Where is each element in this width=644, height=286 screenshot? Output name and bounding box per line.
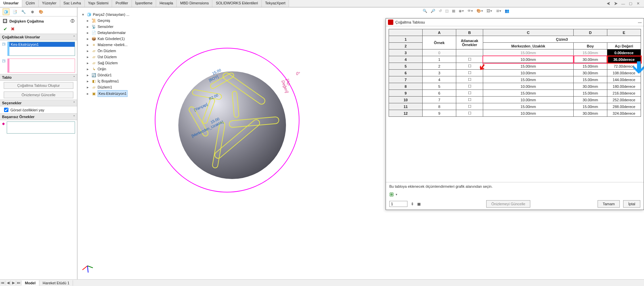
ribbon-tab-sac-levha[interactable]: Sac Levha — [60, 0, 85, 7]
row-number[interactable]: 7 — [389, 76, 423, 83]
feature-tab-icon[interactable]: 🧊 — [3, 8, 9, 15]
bottom-tab[interactable]: Hareket Etüdü 1 — [39, 280, 73, 286]
col-A[interactable]: A — [423, 29, 456, 36]
ribbon-tab-solidworks-eklentileri[interactable]: SOLIDWORKS Eklentileri — [212, 0, 261, 7]
cell[interactable]: 0 — [423, 49, 456, 56]
ribbon-tab-hesapla[interactable]: Hesapla — [156, 0, 177, 7]
cell[interactable]: 15.00mm — [574, 76, 607, 83]
tree-item[interactable]: ▸↳Orijin — [82, 66, 143, 72]
table-row[interactable]: 96☐15.00mm15.00mm216.00derece — [389, 90, 641, 97]
create-table-button[interactable]: Çoğaltma Tablosu Oluştur — [4, 82, 73, 89]
tree-item[interactable]: ▸▱Ön Düzlem — [82, 48, 143, 54]
cell[interactable]: ☐ — [456, 76, 483, 83]
tree-item[interactable]: ▸▣Kes-Ekstrüzyon1 — [82, 90, 143, 97]
cell[interactable]: 10.00mm — [483, 83, 574, 90]
prev-view-icon[interactable]: ↺ — [439, 9, 442, 13]
row-number[interactable]: 4 — [389, 56, 423, 63]
cell[interactable]: 15.00mm — [483, 63, 574, 70]
failed-list[interactable] — [7, 121, 75, 134]
scene-icon[interactable]: 🖼▾ — [487, 9, 492, 13]
ribbon-tab-tekyazxpert[interactable]: TekyazXpert — [262, 0, 289, 7]
table-row[interactable]: 52☐15.00mm15.00mm72.00derece — [389, 63, 641, 70]
row-number[interactable]: 6 — [389, 70, 423, 76]
collapse-right-icon[interactable]: ⮞ — [613, 2, 618, 6]
table-row[interactable]: 118☐15.00mm15.00mm288.00derece — [389, 103, 641, 110]
table-row[interactable]: 3015.00mm15.00mm0.00derece — [389, 49, 641, 56]
cell[interactable]: ☐ — [456, 90, 483, 97]
cell[interactable]: 30.00mm — [574, 70, 607, 76]
tree-item[interactable]: ▸📜Geçmiş — [82, 17, 143, 24]
panel-tab-4-icon[interactable]: ⊕ — [29, 8, 36, 15]
cell[interactable]: 2 — [423, 63, 456, 70]
cell[interactable]: 30.00mm — [574, 110, 607, 117]
bodies-list[interactable] — [7, 59, 75, 73]
cell[interactable]: 15.00mm — [483, 76, 574, 83]
chevron-up-icon[interactable]: ˄ — [73, 101, 75, 105]
pattern-table[interactable]: A B C D E 1 Örnek Atlanacak Örnekler Çiz… — [389, 29, 641, 117]
cell[interactable]: 8 — [423, 103, 456, 110]
row-number[interactable]: 9 — [389, 90, 423, 97]
ribbon-tab-i̇şaretleme[interactable]: İşaretleme — [132, 0, 156, 7]
features-selector-icon[interactable]: ◳ — [2, 42, 5, 56]
cell[interactable]: 9 — [423, 110, 456, 117]
cell[interactable]: 324.00derece — [607, 110, 641, 117]
table-row[interactable]: 41☐10.00mm30.00mm36.00derece — [389, 56, 641, 63]
row-number[interactable]: 11 — [389, 103, 423, 110]
minimize-icon[interactable]: — — [620, 2, 626, 6]
view-triad[interactable] — [81, 259, 94, 273]
cell[interactable]: 30.00mm — [574, 83, 607, 90]
maximize-icon[interactable]: ▢ — [628, 1, 633, 6]
cell[interactable]: 15.00mm — [574, 103, 607, 110]
cell[interactable]: 4 — [423, 76, 456, 83]
dim-angle-value[interactable]: 0° — [296, 71, 300, 76]
chevron-up-icon[interactable]: ˄ — [73, 115, 75, 118]
cell[interactable]: ☐ — [456, 103, 483, 110]
cell[interactable]: 144.00derece — [607, 76, 641, 83]
grid-icon[interactable]: ▦ — [417, 202, 421, 206]
cell[interactable]: 252.00derece — [607, 97, 641, 103]
zoom-fit-icon[interactable]: 🔍 — [423, 9, 427, 13]
cell[interactable] — [456, 49, 483, 56]
bodies-selector-icon[interactable]: ◳ — [2, 59, 5, 73]
section-view-icon[interactable]: ◫ — [445, 9, 449, 13]
cell[interactable]: 1 — [423, 56, 456, 63]
cell[interactable]: 6 — [423, 90, 456, 97]
feature-tree[interactable]: ▾🧊Parça2 (Varsayılan) ... ▸📜Geçmiş▸📡Sens… — [81, 10, 145, 98]
cell[interactable]: ☐ — [456, 56, 483, 63]
cell[interactable]: 10.00mm — [483, 56, 574, 63]
tree-item[interactable]: ▸📦Katı Gövdeler(1) — [82, 36, 143, 42]
cell[interactable]: ☐ — [456, 97, 483, 103]
table-row[interactable]: 85☐10.00mm30.00mm180.00derece — [389, 83, 641, 90]
prev-tab-icon[interactable]: ◀ — [5, 281, 11, 285]
tree-root[interactable]: Parça2 (Varsayılan) ... — [93, 11, 130, 17]
cell[interactable]: 288.00derece — [607, 103, 641, 110]
next-tab-icon[interactable]: ▶ — [11, 281, 16, 285]
last-tab-icon[interactable]: ⏭ — [16, 281, 22, 285]
excel-dropdown-icon[interactable]: ▾ — [396, 193, 397, 196]
panel-tab-3-icon[interactable]: 🔧 — [20, 8, 27, 15]
table-row[interactable]: 107☐10.00mm30.00mm252.00derece — [389, 97, 641, 103]
row-number[interactable]: 12 — [389, 110, 423, 117]
cell[interactable]: 180.00derece — [607, 83, 641, 90]
cell[interactable]: ☐ — [456, 110, 483, 117]
appearance-icon[interactable]: 🎨▾ — [476, 9, 483, 13]
table-row[interactable]: 74☐15.00mm15.00mm144.00derece — [389, 76, 641, 83]
update-preview-button[interactable]: Önizlemeyi Güncelle — [4, 92, 73, 98]
close-icon[interactable]: ✕ — [635, 1, 641, 6]
first-tab-icon[interactable]: ⏮ — [0, 281, 5, 285]
cell[interactable]: 30.00mm — [574, 97, 607, 103]
cell[interactable]: 15.00mm — [574, 63, 607, 70]
cell[interactable]: 15.00mm — [574, 90, 607, 97]
zoom-area-icon[interactable]: 🔎 — [431, 9, 435, 13]
ok-icon[interactable]: ✔ — [3, 26, 7, 32]
cell[interactable]: 5 — [423, 83, 456, 90]
stepper-icon[interactable]: ⇕ — [411, 202, 414, 206]
bottom-tab[interactable]: Model — [22, 280, 39, 286]
tree-item[interactable]: ▸📄Detaylandırmalar — [82, 30, 143, 36]
col-D[interactable]: D — [574, 29, 607, 36]
tree-item[interactable]: ▸📡Sensörler — [82, 24, 143, 30]
ribbon-tab-profiller[interactable]: Profiller — [112, 0, 132, 7]
instance-count-input[interactable] — [389, 201, 407, 207]
tree-item[interactable]: ▸▱Düzlem1 — [82, 84, 143, 90]
col-B[interactable]: B — [456, 29, 483, 36]
